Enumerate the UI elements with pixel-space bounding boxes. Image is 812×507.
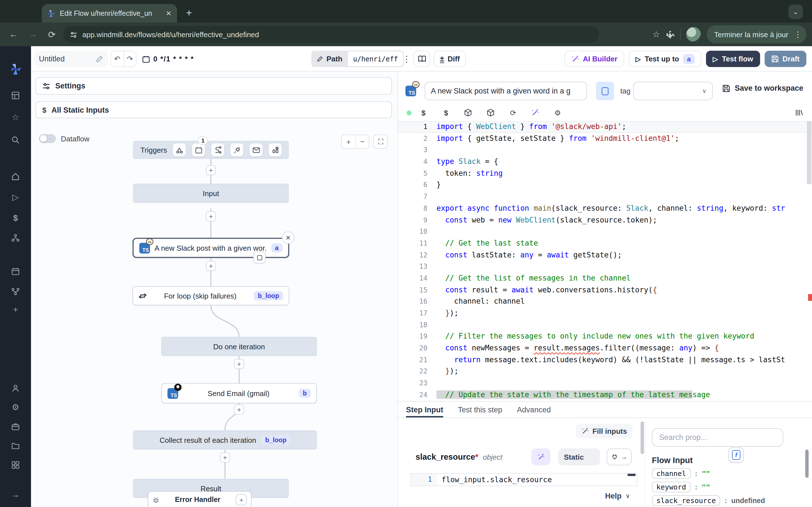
tab-close-icon[interactable]: ✕ [166,9,171,17]
back-icon[interactable]: ← [6,26,21,42]
sidebar-item-folders[interactable] [0,438,31,453]
add-step-button[interactable]: ＋ [206,211,216,221]
fill-inputs-button[interactable]: Fill inputs [575,424,633,438]
schedule-summary[interactable]: 0 */1 * * * * [142,51,194,67]
bookmark-star-icon[interactable]: ☆ [652,29,660,40]
path-chip[interactable]: Path u/henri/eff [311,51,403,67]
sidebar-item-resources[interactable] [0,230,31,245]
flow-settings-button[interactable]: Settings [36,77,392,95]
prop-chip[interactable]: keyword [652,482,691,492]
sidebar-item-runs[interactable]: ▷ [0,190,31,205]
tag-select[interactable]: ∨ [633,82,713,100]
docs-button[interactable] [413,51,430,67]
add-step-button[interactable]: ＋ [234,404,244,414]
reload-icon[interactable]: ⟳ [44,26,60,42]
sidebar-item-home[interactable] [0,169,31,184]
fit-view-button[interactable]: ⛶ [374,135,388,148]
ai-fill-arg-button[interactable] [531,448,550,465]
route-trigger-icon[interactable] [211,143,224,157]
step-skip-stop-icon[interactable] [253,251,266,264]
draft-button[interactable]: Draft [764,51,806,67]
flow-name-input[interactable]: Untitled [35,51,108,67]
tab-test-this-step[interactable]: Test this step [458,402,502,417]
editor-settings-gear-icon[interactable]: ⚙ [552,107,564,119]
profile-avatar[interactable] [686,27,701,42]
reload-script-icon[interactable]: ⟳ [507,107,519,119]
add-step-button[interactable]: ＋ [220,452,230,462]
sidebar-item-schedules[interactable] [0,264,31,278]
sidebar-item-variables[interactable]: $ [0,210,31,225]
step-stop-toggle-button[interactable] [596,82,614,100]
collect-node[interactable]: Collect result of each iteration b_loop [133,431,317,450]
address-bar[interactable]: app.windmill.dev/flows/edit/u/henri/effe… [63,26,599,43]
input-node[interactable]: Input [133,184,289,203]
sidebar-item-flows[interactable] [0,284,31,298]
add-step-button[interactable]: ＋ [206,261,216,271]
prop-row-channel[interactable]: channel : "" [652,468,710,479]
add-error-handler-button[interactable]: ＋ [236,494,247,505]
path-value[interactable]: u/henri/eff [348,51,403,67]
chrome-menu-icon[interactable]: ⋮ [794,30,802,39]
panel-scrollbar[interactable] [641,421,644,454]
test-up-to-button[interactable]: ▷ Test up to a [629,51,702,67]
iteration-node[interactable]: Do one iteration [161,337,317,356]
site-settings-icon[interactable] [70,31,77,38]
windmill-logo[interactable] [0,62,31,76]
websocket-trigger-icon[interactable] [230,143,244,157]
package-icon[interactable] [462,107,474,119]
test-flow-button[interactable]: ▷ Test flow [706,51,760,67]
undo-button[interactable]: ↶ [111,51,123,66]
redo-button[interactable]: ↷ [123,51,136,66]
package-lock-icon[interactable] [485,107,497,119]
error-handler-node[interactable]: Error Handler ＋ [148,491,252,507]
save-to-workspace-button[interactable]: Save to workspace [722,84,803,93]
sidebar-item-apps[interactable] [0,457,31,472]
input-expression-editor[interactable]: 1 flow_input.slack_resource [410,473,637,486]
add-step-button[interactable]: ＋ [206,165,216,175]
code-editor[interactable]: 1import { WebClient } from '@slack/web-a… [398,121,812,401]
forloop-step-node[interactable]: For loop (skip failures) b_loop [133,286,289,305]
variables-icon[interactable]: $ [417,107,430,119]
help-toggle[interactable]: Help ∨ [605,492,630,500]
prop-chip[interactable]: slack_resource [652,495,720,506]
library-icon[interactable] [793,107,805,119]
zoom-out-button[interactable]: − [355,135,369,148]
tab-step-input[interactable]: Step Input [406,402,443,417]
sidebar-collapse-icon[interactable]: → [0,487,31,501]
poll-trigger-icon[interactable] [268,143,282,157]
sidebar-item-settings[interactable]: ⚙ [0,400,31,414]
forward-icon[interactable]: → [25,26,41,42]
delete-step-icon[interactable]: ✕ [282,231,294,244]
connect-input-button[interactable]: → [607,448,631,465]
extensions-icon[interactable] [666,30,674,39]
update-chrome-button[interactable]: Terminer la mise à jour ⋮ [706,25,806,43]
tab-advanced[interactable]: Advanced [517,402,551,417]
prop-chip[interactable]: channel [652,468,691,479]
dataflow-toggle[interactable]: Dataflow [39,134,89,143]
diff-button[interactable]: ± Diff [434,51,466,67]
search-prop-input[interactable]: Search prop... [652,428,783,447]
toggle-track[interactable] [39,134,56,143]
step-summary-input[interactable]: A new Slack post with a given word in a … [424,82,587,100]
sidebar-item-search[interactable] [0,132,31,147]
webhook-trigger-icon[interactable] [172,143,186,157]
static-inputs-button[interactable]: $ All Static Inputs [36,101,392,118]
sidebar-item-table[interactable] [0,88,31,103]
resources-dollar-icon[interactable]: $ [440,107,452,119]
sidebar-item-add[interactable]: ＋ [0,302,31,317]
browser-tab[interactable]: Edit Flow u/henri/effective_un ✕ [42,4,177,22]
zoom-in-button[interactable]: ＋ [342,135,355,148]
add-step-button[interactable]: ＋ [234,359,244,369]
ai-assist-icon[interactable] [529,107,541,119]
triggers-node[interactable]: Triggers 1 [133,141,289,159]
sidebar-item-favorites[interactable]: ☆ [0,110,31,124]
email-trigger-icon[interactable] [249,143,263,157]
prop-row-keyword[interactable]: keyword : "" [652,482,710,492]
slack-step-node[interactable]: TS A new Slack post with a given wor... … [133,238,289,258]
edit-name-pencil-icon[interactable] [96,55,103,62]
schedule-trigger-icon[interactable] [192,143,205,157]
editor-scrollbar[interactable] [807,121,811,184]
prop-row-slack-resource[interactable]: slack_resource : undefined [652,495,765,506]
sidebar-item-workers[interactable] [0,419,31,434]
email-step-node[interactable]: TS Send Email (gmail) b [161,383,317,403]
